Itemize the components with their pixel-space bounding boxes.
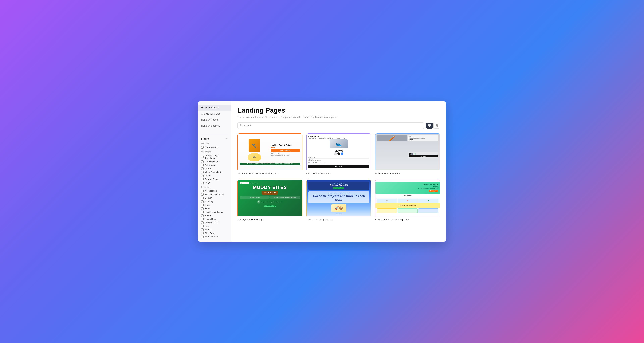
filter-checkbox-accessories[interactable] (201, 190, 204, 192)
filter-landing-pages[interactable]: Landing Pages (201, 160, 228, 163)
filter-checkbox-faqs[interactable] (201, 182, 204, 184)
template-card-muddybites[interactable]: girl scouts New flavor! MUDDY BITES 🍪 SH… (238, 180, 302, 222)
filter-pets[interactable]: Pets (201, 224, 228, 228)
search-input[interactable] (244, 124, 422, 127)
sidebar-item-page-templates[interactable]: Page Templates (198, 105, 231, 111)
filter-drink[interactable]: Drink (201, 203, 228, 207)
suri-sub-1: SURI Sustainable Electric Toothbrush $29… (408, 135, 438, 141)
filter-home[interactable]: Home (201, 214, 228, 217)
filter-checkbox-blogs[interactable] (201, 175, 204, 177)
filter-checkbox-product-page-templates[interactable] (201, 156, 204, 158)
filter-checkbox-drink[interactable] (201, 204, 204, 206)
filter-clothing[interactable]: Clothing (201, 200, 228, 203)
filter-beauty[interactable]: Beauty (201, 196, 228, 200)
thumb-inner-kiwico: Start Your Crate with Astronaut Starter … (307, 180, 371, 216)
filter-label-food: Food (205, 207, 210, 210)
filter-advertorial[interactable]: Advertorial (201, 163, 228, 167)
filter-checkbox-health-wellness[interactable] (201, 211, 204, 213)
page-subtitle: Find inspiration for your Shopify store.… (238, 115, 440, 118)
filter-checkbox-advertorial[interactable] (201, 164, 204, 166)
template-card-kiwico-summer[interactable]: Summer AdventureSeries Outdoor adventure… (375, 180, 440, 222)
filter-checkbox-personal-care[interactable] (201, 221, 204, 224)
filter-home-decor[interactable]: Home Decor (201, 217, 228, 221)
filter-label-drink: Drink (205, 204, 210, 206)
filter-health-wellness[interactable]: Health & Wellness (201, 210, 228, 214)
filter-label-landing-pages: Landing Pages (205, 160, 220, 163)
filter-checkbox-home[interactable] (201, 214, 204, 217)
filter-product-page-templates[interactable]: Product Page Templates (201, 154, 228, 160)
filter-label-listicle: Listicle (205, 167, 212, 170)
filter-label-home-decor: Home Decor (205, 218, 217, 220)
filter-label-product-drop: Product Drop (205, 178, 218, 180)
filter-personal-care[interactable]: Personal Care (201, 221, 228, 224)
filter-video-sales-letter[interactable]: Video Sales Letter (201, 170, 228, 174)
template-name-portland-pet-food: Portland Pet Food Product Template (238, 170, 302, 176)
filter-food[interactable]: Food (201, 207, 228, 210)
page-title: Landing Pages (238, 107, 440, 114)
filter-label-clothing: Clothing (205, 200, 213, 203)
template-card-kiwico-landing-2[interactable]: Start Your Crate with Astronaut Starter … (306, 180, 371, 222)
template-card-suri-product[interactable]: 🪥 SURI Sustainable Electric Toothbrush $… (375, 133, 440, 176)
filter-label-supplements: Supplements (205, 235, 218, 238)
filter-checkbox-product-drop[interactable] (201, 178, 204, 180)
summer-how-it-works: How it works (376, 194, 440, 198)
filter-checkbox-home-decor[interactable] (201, 218, 204, 220)
filter-product-drop[interactable]: Product Drop (201, 177, 228, 181)
filter-label-cro-top-pick: CRO Top Pick (205, 146, 218, 149)
filter-label-health-wellness: Health & Wellness (205, 211, 223, 213)
filter-blogs[interactable]: Blogs (201, 174, 228, 177)
filter-label-faqs: FAQs (205, 181, 210, 184)
template-thumb-kiwico-landing-2: Start Your Crate with Astronaut Starter … (306, 180, 371, 216)
filter-checkbox-skin-care[interactable] (201, 232, 204, 234)
price-display: $129.99 (334, 149, 343, 152)
filter-skin-care[interactable]: Skin Care (201, 231, 228, 235)
filter-checkbox-pets[interactable] (201, 225, 204, 227)
desktop-view-button[interactable] (426, 123, 433, 129)
main-content: Landing Pages Find inspiration for your … (232, 101, 446, 242)
template-card-portland-pet-food[interactable]: 🐾 🍲 Hopkins' Pork N' Potato $6.29 ADD TO… (238, 133, 302, 176)
filter-label-blogs: Blogs (205, 174, 210, 177)
sidebar-divider (201, 134, 228, 134)
filter-checkbox-video-sales-letter[interactable] (201, 171, 204, 173)
filters-toggle-icon[interactable]: ^ (226, 137, 228, 140)
summer-series-title: Summer AdventureSeries (422, 184, 438, 188)
sidebar-item-shopify-templates[interactable]: Shopify Templates (198, 111, 231, 117)
thumb-inner-portland: 🐾 🍲 Hopkins' Pork N' Potato $6.29 ADD TO… (238, 134, 302, 170)
shoe-img: 👟 (330, 139, 348, 148)
sidebar-item-replo-ui-pages[interactable]: Replo UI Pages (198, 117, 231, 123)
kiwico-hero-section: Start Your Crate with Astronaut Starter … (308, 182, 369, 190)
sidebar-item-replo-ui-sections[interactable]: Replo UI Sections (198, 123, 231, 129)
template-thumb-suri-product: 🪥 SURI Sustainable Electric Toothbrush $… (375, 133, 440, 170)
filter-checkbox-activities-outdoor[interactable] (201, 193, 204, 196)
sidebar-nav: Page Templates Shopify Templates Replo U… (198, 105, 231, 129)
template-card-on-product[interactable]: Cloudnova The all-day trainer infused wi… (306, 133, 371, 176)
mobile-view-button[interactable] (433, 123, 440, 129)
app-container: Page Templates Shopify Templates Replo U… (198, 101, 446, 242)
filter-checkbox-supplements[interactable] (201, 236, 204, 238)
filter-shoes[interactable]: Shoes (201, 228, 228, 231)
template-name-suri-product: Suri Product Template (375, 170, 440, 176)
svg-rect-5 (436, 126, 437, 127)
pet-bowl-img: 🍲 (248, 153, 261, 161)
filter-checkbox-cro-top-pick[interactable] (201, 146, 204, 149)
filter-checkbox-food[interactable] (201, 207, 204, 210)
filter-supplements[interactable]: Supplements (201, 235, 228, 238)
product-bag-img: 🐾 (248, 139, 260, 152)
filter-checkbox-clothing[interactable] (201, 200, 204, 203)
filter-checkbox-shoes[interactable] (201, 229, 204, 231)
filter-faqs[interactable]: FAQs (201, 181, 228, 184)
detail-rows: Gun & Fit› Shipping & Returns› Materials… (308, 156, 369, 164)
filter-label-home: Home (205, 214, 211, 217)
filter-checkbox-listicle[interactable] (201, 167, 204, 170)
filter-activities-outdoor[interactable]: Activities & Outdoor (201, 193, 228, 196)
suri-main-product: 🪥 (377, 135, 407, 141)
filter-checkbox-landing-pages[interactable] (201, 160, 204, 163)
filter-accessories[interactable]: Accessories (201, 189, 228, 193)
thumb-inner-kiwico-summer: Summer AdventureSeries Outdoor adventure… (376, 180, 440, 216)
filter-label-advertorial: Advertorial (205, 164, 215, 166)
filter-checkbox-beauty[interactable] (201, 197, 204, 199)
search-bar (238, 122, 424, 129)
by-category-label: By Category (201, 151, 228, 153)
filter-cro-top-pick[interactable]: CRO Top Pick (201, 145, 228, 149)
filter-listicle[interactable]: Listicle (201, 167, 228, 170)
